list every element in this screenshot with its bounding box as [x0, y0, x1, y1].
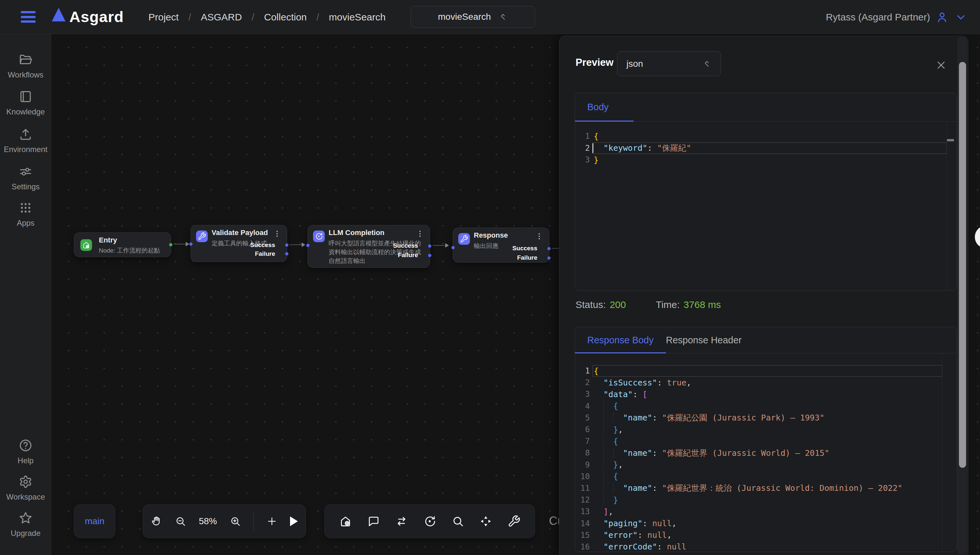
- breadcrumb-separator: /: [188, 12, 191, 23]
- node-entry[interactable]: Entry Node: 工作流程的起點: [74, 233, 171, 257]
- node-title: LLM Completion: [328, 229, 384, 237]
- code-line: 11 "name": "侏羅紀世界：統治 (Jurassic World: Do…: [575, 482, 957, 494]
- success-port[interactable]: [285, 244, 288, 247]
- zoom-level: 58%: [199, 516, 217, 526]
- sidebar-item-knowledge[interactable]: Knowledge: [0, 89, 51, 116]
- code-line: 3 "data": [: [575, 388, 957, 400]
- node-menu-button[interactable]: [535, 232, 544, 241]
- branch-button[interactable]: main: [74, 504, 115, 538]
- loop-icon[interactable]: [423, 515, 436, 528]
- code-line: 8 "name": "侏羅紀世界 (Jurassic World) – 2015…: [575, 447, 957, 459]
- help-icon: [18, 438, 33, 453]
- tab-response-header[interactable]: Response Header: [666, 327, 742, 353]
- node-title: Validate Payload: [211, 229, 268, 237]
- zoom-out-icon[interactable]: [175, 515, 186, 527]
- breadcrumb: Project/ASGARD/Collection/movieSearch: [149, 0, 386, 34]
- breadcrumb-separator: /: [317, 12, 319, 23]
- breadcrumb-item-moviesearch[interactable]: movieSearch: [329, 12, 386, 23]
- wrench-icon[interactable]: [508, 515, 520, 528]
- run-workflow-button[interactable]: [290, 517, 298, 526]
- grid-icon: [18, 201, 33, 215]
- home-plus-icon[interactable]: [339, 515, 352, 528]
- hand-tool-icon[interactable]: [151, 515, 162, 527]
- success-port[interactable]: [428, 244, 431, 248]
- failure-port[interactable]: [285, 252, 288, 255]
- diamond-icon[interactable]: [479, 515, 492, 528]
- status-label: Status:: [576, 299, 606, 310]
- wrench-icon: [458, 233, 470, 245]
- edge-llm-response: [432, 245, 445, 246]
- code-line: 14 "paging": null,: [575, 517, 957, 529]
- node-description: 輸出回應: [474, 242, 498, 250]
- port-label-success: Success: [512, 245, 537, 252]
- code-line: 16 "errorCode": null: [575, 541, 957, 552]
- node-response[interactable]: Response 輸出回應 Success Failure: [453, 228, 549, 263]
- sidebar-item-label: Environment: [4, 145, 48, 154]
- chevron-down-icon[interactable]: [954, 10, 968, 24]
- edge-arrowhead-icon: [445, 243, 449, 248]
- sidebar-item-label: Apps: [17, 218, 35, 228]
- sidebar-item-help[interactable]: Help: [0, 438, 51, 465]
- request-body-editor[interactable]: 1{2 "keyword": "侏羅紀"3}: [575, 122, 957, 290]
- node-title: Response: [474, 231, 508, 239]
- swap-icon[interactable]: [395, 515, 408, 528]
- zoom-in-icon[interactable]: [229, 515, 241, 527]
- output-port[interactable]: [169, 243, 172, 246]
- time-value: 3768 ms: [684, 299, 721, 310]
- success-port[interactable]: [548, 247, 551, 250]
- toolbar-divider: [253, 512, 254, 531]
- workflow-select[interactable]: movieSearch: [411, 6, 535, 28]
- node-menu-button[interactable]: [415, 229, 424, 238]
- sidebar-item-settings[interactable]: Settings: [0, 164, 51, 191]
- code-line: 2 "isSuccess": true,: [575, 377, 957, 388]
- upload-icon: [18, 127, 33, 142]
- branch-label: main: [85, 516, 105, 526]
- time-label: Time:: [656, 299, 680, 310]
- breadcrumb-separator: /: [251, 12, 254, 23]
- canvas-action-toolbar: [324, 504, 535, 538]
- input-port[interactable]: [306, 244, 309, 247]
- menu-icon[interactable]: [21, 11, 36, 23]
- node-validate-payload[interactable]: Validate Payload 定義工具的輸入格式 Success Failu…: [191, 225, 287, 262]
- tab-body[interactable]: Body: [587, 93, 608, 121]
- comment-icon[interactable]: [367, 515, 380, 528]
- failure-port[interactable]: [548, 257, 551, 260]
- input-port[interactable]: [452, 246, 455, 249]
- gear-icon: [18, 474, 33, 489]
- sidebar-item-upgrade[interactable]: Upgrade: [0, 510, 51, 538]
- user-area[interactable]: Rytass (Asgard Partner): [826, 0, 968, 34]
- search-icon[interactable]: [452, 515, 464, 528]
- response-card: Response BodyResponse Header 1{2 "isSucc…: [575, 327, 957, 552]
- edge-arrowhead-icon: [302, 242, 305, 247]
- node-menu-button[interactable]: [272, 229, 282, 238]
- breadcrumb-item-collection[interactable]: Collection: [264, 12, 307, 23]
- node-llm-completion[interactable]: LLM Completion 呼叫大型語言模型並產生結構化的資料輸出以輔助流程的…: [307, 225, 430, 268]
- sidebar-item-environment[interactable]: Environment: [0, 127, 51, 154]
- loop-icon: [313, 231, 325, 242]
- star-icon: [18, 510, 33, 526]
- panel-scrollbar-thumb[interactable]: [959, 62, 966, 468]
- breadcrumb-item-project[interactable]: Project: [149, 12, 179, 23]
- tab-response-body[interactable]: Response Body: [587, 327, 654, 353]
- close-icon[interactable]: [934, 58, 948, 72]
- code-line: 10 {: [575, 471, 957, 482]
- code-line: 5 "name": "侏羅紀公園 (Jurassic Park) – 1993": [575, 412, 957, 424]
- node-description: Node: 工作流程的起點: [99, 246, 160, 255]
- sidebar-item-apps[interactable]: Apps: [0, 201, 51, 228]
- edge-arrowhead-icon: [186, 242, 189, 246]
- sidebar: WorkflowsKnowledgeEnvironmentSettingsApp…: [0, 34, 51, 555]
- breadcrumb-item-asgard[interactable]: ASGARD: [201, 12, 242, 23]
- panel-scrollbar[interactable]: [958, 37, 967, 554]
- response-body-editor[interactable]: 1{2 "isSuccess": true,3 "data": [4 {5 "n…: [575, 353, 957, 552]
- input-port[interactable]: [189, 242, 192, 246]
- editor-rule: [942, 353, 942, 552]
- format-select[interactable]: json: [617, 51, 721, 76]
- sidebar-item-workflows[interactable]: Workflows: [0, 52, 51, 79]
- request-body-card: Body 1{2 "keyword": "侏羅紀"3}: [575, 93, 957, 291]
- status-row: Status: 200 Time: 3768 ms: [576, 299, 721, 310]
- canvas-zoom-toolbar: 58%: [143, 504, 306, 538]
- sidebar-item-workspace[interactable]: Workspace: [0, 474, 51, 502]
- failure-port[interactable]: [428, 254, 431, 257]
- chevron-updown-icon: [498, 12, 508, 22]
- add-node-icon[interactable]: [266, 515, 278, 527]
